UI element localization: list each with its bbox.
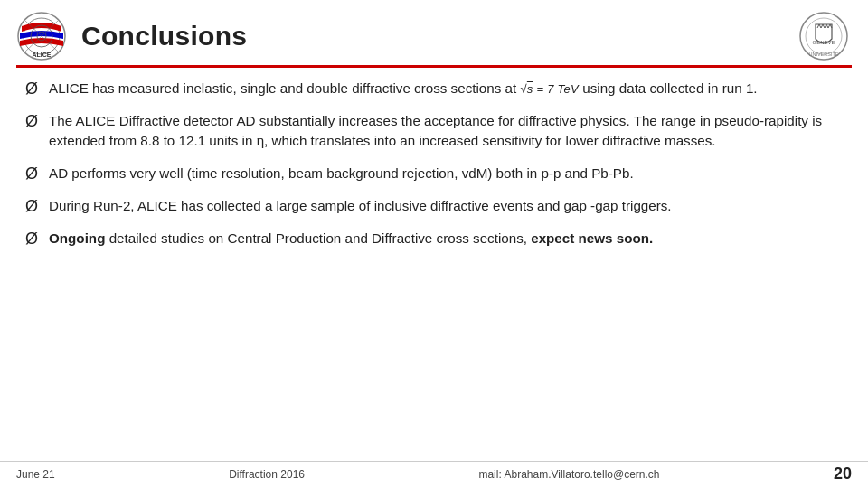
bullet-arrow-4: Ø [25,197,49,216]
footer: June 21 Diffraction 2016 mail: Abraham.V… [0,461,868,488]
svg-text:ALICE: ALICE [33,52,52,58]
svg-text:UNIVERSITÉ: UNIVERSITÉ [808,52,838,57]
page-title: Conclusions [81,21,796,52]
svg-point-8 [806,18,842,54]
footer-page-number: 20 [834,465,852,483]
footer-date: June 21 [16,468,55,481]
bullet-item-2: Ø The ALICE Diffractive detector AD subs… [25,111,843,151]
bullet-arrow-1: Ø [25,80,49,99]
bullet-text-4: During Run-2, ALICE has collected a larg… [49,196,672,216]
header: ALICE Conclusions GENÈVE UNIV [0,0,868,63]
svg-text:GENÈVE: GENÈVE [812,40,835,45]
bold-text-ongoing: Ongoing [49,230,105,246]
bullet-arrow-5: Ø [25,230,49,249]
bullet-text-5: Ongoing detailed studies on Central Prod… [49,229,653,249]
bold-text-expect: expect news soon. [531,230,653,246]
alice-logo: ALICE [16,12,69,61]
main-content: Ø ALICE has measured inelastic, single a… [0,68,868,461]
slide: ALICE Conclusions GENÈVE UNIV [0,0,868,488]
bullet-arrow-2: Ø [25,112,49,131]
bullet-arrow-3: Ø [25,164,49,183]
institution-logo: GENÈVE UNIVERSITÉ [796,12,852,61]
bullet-item-1: Ø ALICE has measured inelastic, single a… [25,79,843,99]
footer-event: Diffraction 2016 [229,468,305,481]
bullet-text-3: AD performs very well (time resolution, … [49,164,634,183]
bullet-text-1: ALICE has measured inelastic, single and… [49,79,758,99]
bullet-item-3: Ø AD performs very well (time resolution… [25,164,843,183]
footer-email: mail: Abraham.Villatoro.tello@cern.ch [478,468,659,481]
bullet-text-2: The ALICE Diffractive detector AD substa… [49,111,843,151]
title-area: Conclusions [69,21,796,52]
math-formula-1: √s = 7 TeV [520,82,579,96]
bullet-item-5: Ø Ongoing detailed studies on Central Pr… [25,229,843,249]
bullet-item-4: Ø During Run-2, ALICE has collected a la… [25,196,843,216]
